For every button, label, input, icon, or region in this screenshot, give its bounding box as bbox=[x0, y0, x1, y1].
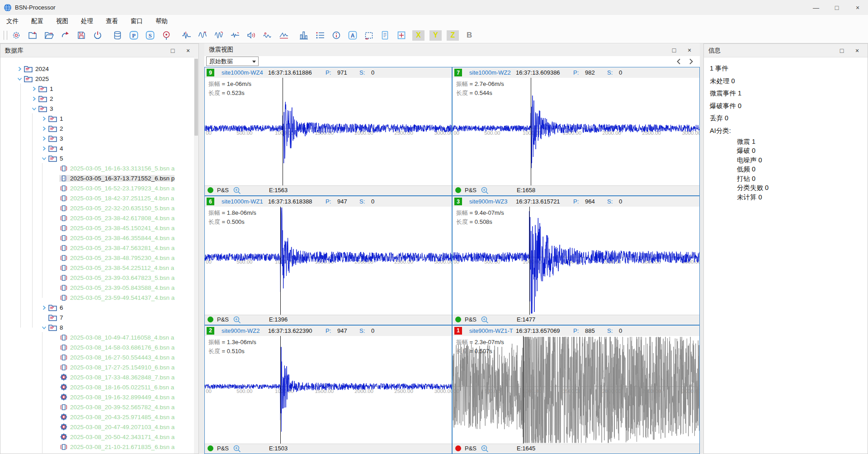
waveform-plot[interactable]: 00500.001000.001500.002000.002500.003000… bbox=[205, 78, 452, 185]
expand-icon[interactable] bbox=[30, 85, 38, 92]
locate-event-icon[interactable] bbox=[161, 30, 172, 41]
tree-folder-row[interactable]: 2025 bbox=[0, 74, 49, 84]
menu-item-6[interactable]: 窗口 bbox=[124, 15, 149, 28]
tree-file-row[interactable]: 2025-03-08_20-43-25.971485_4.bsn a bbox=[0, 412, 175, 422]
p-arrival-cursor[interactable] bbox=[280, 336, 281, 444]
text-label-icon[interactable]: A bbox=[347, 30, 358, 41]
site-name[interactable]: site900m-WZ3 bbox=[469, 198, 508, 205]
menu-item-5[interactable]: 查看 bbox=[99, 15, 124, 28]
tree-folder-row[interactable]: 1 bbox=[0, 84, 53, 94]
folder-open-icon[interactable] bbox=[43, 30, 54, 41]
p-arrival-cursor[interactable] bbox=[529, 207, 530, 314]
menu-item-1[interactable]: 文件 bbox=[0, 15, 25, 28]
ps-toggle[interactable]: P&S bbox=[465, 187, 476, 194]
zoom-in-icon[interactable] bbox=[233, 445, 241, 454]
database-panel-close-icon[interactable]: × bbox=[180, 47, 196, 54]
menu-item-4[interactable]: 处理 bbox=[75, 15, 99, 28]
microseismic-panel-close-icon[interactable]: × bbox=[682, 47, 697, 54]
tree-file-row[interactable]: 2025-03-05_23-39-05.843588_4.bsn a bbox=[0, 283, 175, 293]
tree-file-row[interactable]: 2025-03-08_14-58-03.686176_6.bsn a bbox=[0, 342, 175, 352]
tree-file-row[interactable]: 2025-03-05_18-42-37.251125_4.bsn a bbox=[0, 193, 174, 203]
tree-file-row[interactable]: 2025-03-08_17-27-25.154910_6.bsn a bbox=[0, 362, 175, 372]
collapse-icon[interactable] bbox=[40, 324, 47, 331]
settings-gear-icon[interactable] bbox=[11, 30, 22, 41]
tree-file-row[interactable]: 2025-03-08_17-33-48.362848_7.bsn a bbox=[0, 372, 175, 382]
expand-icon[interactable] bbox=[40, 304, 47, 311]
tree-file-row[interactable]: 2025-03-05_16-16-33.313156_5.bsn a bbox=[0, 163, 175, 173]
tree-file-row[interactable]: 2025-03-08_10-49-47.116058_4.bsn a bbox=[0, 332, 174, 342]
tree-file-row[interactable]: 2025-03-05_16-52-23.179923_4.bsn a bbox=[0, 183, 175, 193]
wave-multi-icon[interactable] bbox=[213, 30, 224, 41]
zoom-in-icon[interactable] bbox=[481, 186, 489, 196]
site-name[interactable]: site1000m-WZ2 bbox=[469, 69, 511, 76]
tree-folder-row[interactable]: 2024 bbox=[0, 64, 49, 74]
zoom-in-icon[interactable] bbox=[481, 316, 489, 325]
expand-icon[interactable] bbox=[40, 314, 47, 321]
tree-scrollbar[interactable] bbox=[194, 57, 198, 454]
expand-icon[interactable] bbox=[30, 95, 38, 102]
site-name[interactable]: site900m-WZ1-T bbox=[469, 327, 513, 334]
tree-folder-row[interactable]: 3 bbox=[0, 104, 53, 114]
tree-file-row[interactable]: 2025-03-05_23-38-42.617808_4.bsn a bbox=[0, 213, 175, 223]
database-icon[interactable] bbox=[112, 30, 123, 41]
p-arrival-cursor[interactable] bbox=[283, 78, 283, 185]
waveform-plot[interactable]: 00500.001000.001500.002000.002500.003000… bbox=[205, 336, 452, 444]
maximize-button[interactable]: □ bbox=[826, 0, 847, 15]
histogram-icon[interactable] bbox=[298, 30, 309, 41]
tree-file-row[interactable]: 2025-03-05_23-59-49.541437_4.bsn a bbox=[0, 293, 175, 303]
close-button[interactable]: × bbox=[847, 0, 868, 15]
save-disk-icon[interactable] bbox=[76, 30, 87, 41]
waveform-plot[interactable]: 00500.001000.001500.002000.002500.003000… bbox=[205, 207, 452, 314]
info-icon[interactable] bbox=[331, 30, 342, 41]
expand-icon[interactable] bbox=[40, 125, 47, 132]
tree-scrollbar-thumb[interactable] bbox=[194, 59, 198, 136]
toolbar-drag-handle-icon[interactable] bbox=[4, 31, 7, 40]
tree-file-row[interactable]: 2025-03-08_19-16-32.899449_4.bsn a bbox=[0, 392, 175, 402]
tree-file-row[interactable]: 2025-03-05_16-37-13.771552_6.bsn p bbox=[0, 173, 175, 183]
waveform-plot[interactable]: 00500.001000.001500.002000.002500.003000… bbox=[453, 207, 699, 314]
next-event-icon[interactable] bbox=[687, 58, 694, 65]
wave-smooth-icon[interactable] bbox=[262, 30, 273, 41]
wave-pick-icon[interactable] bbox=[181, 30, 192, 41]
expand-icon[interactable] bbox=[40, 145, 47, 152]
expand-icon[interactable] bbox=[40, 115, 47, 122]
expand-icon[interactable] bbox=[40, 135, 47, 142]
tree-file-row[interactable]: 2025-03-05_23-38-48.795230_4.bsn a bbox=[0, 253, 175, 263]
p-arrival-cursor[interactable] bbox=[280, 207, 281, 314]
wave-freq-icon[interactable] bbox=[197, 30, 208, 41]
collapse-icon[interactable] bbox=[30, 105, 38, 112]
bold-b-button[interactable]: B bbox=[467, 31, 472, 40]
info-panel-close-icon[interactable]: × bbox=[849, 47, 865, 54]
wave-small-icon[interactable] bbox=[230, 30, 241, 41]
tree-file-row[interactable]: 2025-03-08_20-47-49.207103_4.bsn a bbox=[0, 422, 175, 432]
s-phase-icon[interactable]: S bbox=[145, 30, 156, 41]
power-icon[interactable] bbox=[92, 30, 103, 41]
menu-item-2[interactable]: 配置 bbox=[25, 15, 50, 28]
tree-file-row[interactable]: 2025-03-05_22-32-20.635150_5.bsn a bbox=[0, 203, 175, 213]
p-phase-icon[interactable]: P bbox=[128, 30, 139, 41]
ps-toggle[interactable]: P&S bbox=[465, 316, 476, 323]
collapse-icon[interactable] bbox=[40, 155, 47, 162]
tree-file-row[interactable]: 2025-03-08_20-50-42.343171_4.bsn a bbox=[0, 432, 175, 442]
ps-toggle[interactable]: P&S bbox=[465, 445, 476, 452]
tree-folder-row[interactable]: 2 bbox=[0, 94, 53, 104]
axis-z-button[interactable]: Z bbox=[447, 30, 459, 41]
site-name[interactable]: site900m-WZ2 bbox=[222, 327, 260, 334]
menu-item-3[interactable]: 视图 bbox=[50, 15, 75, 28]
ps-toggle[interactable]: P&S bbox=[217, 445, 229, 452]
tree-file-row[interactable] bbox=[0, 452, 70, 454]
folder-add-icon[interactable] bbox=[27, 30, 38, 41]
tree-file-row[interactable]: 2025-03-08_18-16-05.022511_6.bsn a bbox=[0, 382, 174, 392]
zoom-in-icon[interactable] bbox=[233, 316, 241, 325]
info-panel-maximize-icon[interactable]: □ bbox=[834, 47, 849, 54]
waveform-plot[interactable]: 00500.001000.001500.002000.002500.003000… bbox=[453, 78, 699, 185]
redo-arrow-icon[interactable] bbox=[60, 30, 71, 41]
p-arrival-cursor[interactable] bbox=[523, 336, 524, 444]
axis-x-button[interactable]: X bbox=[412, 30, 425, 41]
previous-event-icon[interactable] bbox=[675, 58, 683, 65]
site-name[interactable]: site1000m-WZ4 bbox=[222, 69, 263, 76]
select-region-icon[interactable] bbox=[363, 30, 374, 41]
wave-baseline-icon[interactable] bbox=[278, 30, 289, 41]
tree-file-row[interactable]: 2025-03-05_23-38-54.225112_4.bsn a bbox=[0, 263, 174, 273]
collapse-icon[interactable] bbox=[16, 75, 23, 82]
